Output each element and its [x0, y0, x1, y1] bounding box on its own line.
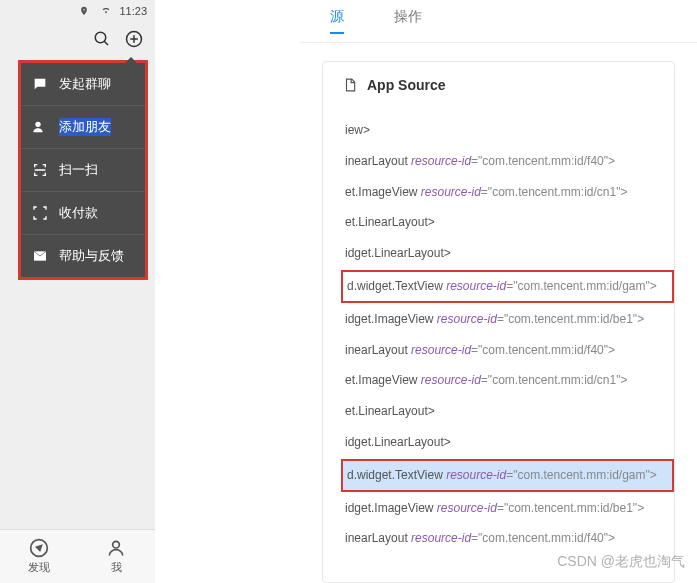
source-node[interactable]: iew>: [341, 116, 674, 145]
watermark-text: CSDN @老虎也淘气: [557, 553, 685, 571]
scan-icon: [31, 161, 49, 179]
payment-icon: [31, 204, 49, 222]
menu-scan[interactable]: 扫一扫: [21, 149, 145, 192]
panel-title: App Source: [367, 77, 446, 93]
source-node[interactable]: idget.LinearLayout>: [341, 428, 674, 457]
panel-header: App Source: [323, 62, 674, 108]
source-node[interactable]: idget.ImageView resource-id="com.tencent…: [341, 494, 674, 523]
source-node[interactable]: et.LinearLayout>: [341, 397, 674, 426]
source-node[interactable]: et.ImageView resource-id="com.tencent.mm…: [341, 366, 674, 395]
source-node[interactable]: et.ImageView resource-id="com.tencent.mm…: [341, 178, 674, 207]
source-node[interactable]: et.LinearLayout>: [341, 208, 674, 237]
add-icon[interactable]: [125, 30, 143, 48]
add-friend-icon: [31, 118, 49, 136]
svg-point-0: [95, 32, 106, 43]
menu-label: 帮助与反馈: [59, 247, 124, 265]
location-icon: [75, 2, 93, 20]
svg-point-7: [113, 541, 120, 548]
add-menu-popup: 发起群聊 添加朋友 扫一扫 收付款 帮助与反馈: [18, 60, 148, 280]
nav-label: 发现: [28, 560, 50, 575]
tab-source[interactable]: 源: [330, 8, 344, 34]
status-bar: 11:23: [0, 0, 155, 22]
nav-me[interactable]: 我: [78, 530, 156, 583]
mail-icon: [31, 247, 49, 265]
source-tree[interactable]: iew>inearLayout resource-id="com.tencent…: [323, 108, 674, 558]
menu-help[interactable]: 帮助与反馈: [21, 235, 145, 277]
menu-start-group-chat[interactable]: 发起群聊: [21, 63, 145, 106]
bottom-nav: 发现 我: [0, 529, 155, 583]
inspector-panel: 源 操作 App Source iew>inearLayout resource…: [300, 0, 697, 583]
svg-point-5: [35, 122, 40, 127]
source-node[interactable]: inearLayout resource-id="com.tencent.mm:…: [341, 147, 674, 176]
menu-add-friend[interactable]: 添加朋友: [21, 106, 145, 149]
source-node[interactable]: inearLayout resource-id="com.tencent.mm:…: [341, 336, 674, 365]
chat-icon: [31, 75, 49, 93]
wifi-icon: [97, 2, 115, 20]
menu-label: 扫一扫: [59, 161, 98, 179]
source-node[interactable]: inearLayout resource-id="com.tencent.mm:…: [341, 524, 674, 553]
menu-label: 发起群聊: [59, 75, 111, 93]
tab-actions[interactable]: 操作: [394, 8, 422, 34]
menu-label: 收付款: [59, 204, 98, 222]
svg-line-1: [104, 41, 108, 45]
person-icon: [106, 538, 126, 558]
inspector-tabs: 源 操作: [300, 0, 697, 43]
search-icon[interactable]: [93, 30, 111, 48]
nav-label: 我: [111, 560, 122, 575]
menu-payment[interactable]: 收付款: [21, 192, 145, 235]
compass-icon: [29, 538, 49, 558]
nav-discover[interactable]: 发现: [0, 530, 78, 583]
source-node[interactable]: idget.LinearLayout>: [341, 239, 674, 268]
document-icon: [341, 76, 359, 94]
source-node[interactable]: d.widget.TextView resource-id="com.tence…: [341, 270, 674, 303]
app-source-panel: App Source iew>inearLayout resource-id="…: [322, 61, 675, 583]
phone-frame: 11:23 发起群聊 添加朋友 扫一扫 收付款 帮助与反馈 发现: [0, 0, 155, 583]
menu-label: 添加朋友: [59, 118, 111, 136]
clock-text: 11:23: [119, 5, 147, 17]
source-node[interactable]: d.widget.TextView resource-id="com.tence…: [341, 459, 674, 492]
source-node[interactable]: idget.ImageView resource-id="com.tencent…: [341, 305, 674, 334]
